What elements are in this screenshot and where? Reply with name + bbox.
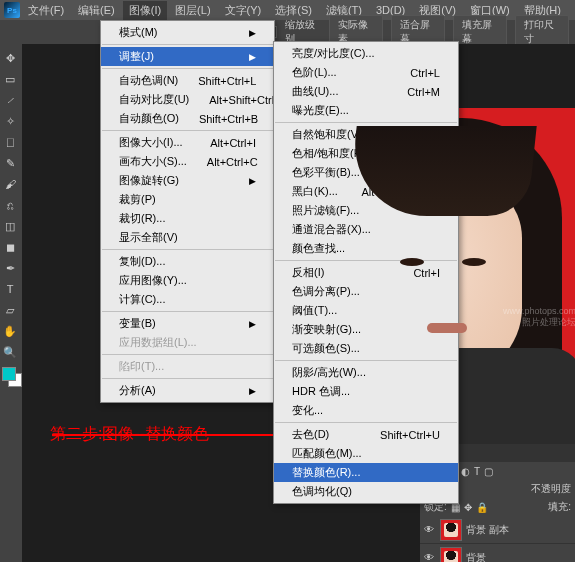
menu-canvas-size[interactable]: 画布大小(S)...Alt+Ctrl+C (101, 152, 274, 171)
move-tool-icon[interactable]: ✥ (0, 48, 20, 68)
wand-tool-icon[interactable]: ✧ (0, 111, 20, 131)
foreground-color-swatch[interactable] (2, 367, 16, 381)
pen-tool-icon[interactable]: ✒ (0, 258, 20, 278)
menu-layer[interactable]: 图层(L) (169, 1, 216, 20)
toolbox: ✥ ▭ ⟋ ✧ ⎕ ✎ 🖌 ⎌ ◫ ◼ ✒ T ▱ ✋ 🔍 (0, 44, 22, 562)
layer-name: 背景 (466, 551, 486, 563)
zoom-tool-icon[interactable]: 🔍 (0, 342, 20, 362)
layer-name: 背景 副本 (466, 523, 509, 537)
menu-curves[interactable]: 曲线(U)...Ctrl+M (274, 82, 458, 101)
menu-channel-mixer[interactable]: 通道混合器(X)... (274, 220, 458, 239)
menu-hdr-toning[interactable]: HDR 色调... (274, 382, 458, 401)
color-swatches[interactable] (0, 367, 22, 391)
menu-variations[interactable]: 变化... (274, 401, 458, 420)
lock-all-icon[interactable]: 🔒 (476, 502, 488, 513)
menu-edit[interactable]: 编辑(E) (72, 1, 121, 20)
menu-image-rotation[interactable]: 图像旋转(G)▶ (101, 171, 274, 190)
menu-posterize[interactable]: 色调分离(P)... (274, 282, 458, 301)
marquee-tool-icon[interactable]: ▭ (0, 69, 20, 89)
menu-auto-contrast[interactable]: 自动对比度(U)Alt+Shift+Ctrl+L (101, 90, 274, 109)
menu-crop[interactable]: 裁剪(P) (101, 190, 274, 209)
eyedropper-tool-icon[interactable]: ✎ (0, 153, 20, 173)
menu-reveal-all[interactable]: 显示全部(V) (101, 228, 274, 247)
menu-levels[interactable]: 色阶(L)...Ctrl+L (274, 63, 458, 82)
tutorial-arrow-icon (52, 434, 292, 436)
eraser-tool-icon[interactable]: ◫ (0, 216, 20, 236)
menu-select[interactable]: 选择(S) (269, 1, 318, 20)
opacity-label: 不透明度 (531, 482, 571, 496)
menu-file[interactable]: 文件(F) (22, 1, 70, 20)
layer-item[interactable]: 👁 背景 副本 (420, 516, 575, 544)
visibility-icon[interactable]: 👁 (422, 524, 436, 535)
watermark: www.photops.com照片处理论坛 (503, 306, 575, 329)
menu-type[interactable]: 文字(Y) (219, 1, 268, 20)
filter-text-icon[interactable]: T (474, 466, 480, 477)
menu-image-size[interactable]: 图像大小(I)...Alt+Ctrl+I (101, 133, 274, 152)
menu-auto-tone[interactable]: 自动色调(N)Shift+Ctrl+L (101, 71, 274, 90)
photoshop-logo-icon: Ps (4, 2, 20, 18)
menu-mode[interactable]: 模式(M)▶ (101, 23, 274, 42)
menu-invert[interactable]: 反相(I)Ctrl+I (274, 263, 458, 282)
menu-apply-dataset: 应用数据组(L)... (101, 333, 274, 352)
menu-adjustments[interactable]: 调整(J)▶ (101, 47, 274, 66)
lasso-tool-icon[interactable]: ⟋ (0, 90, 20, 110)
menu-brightness-contrast[interactable]: 亮度/对比度(C)... (274, 44, 458, 63)
layer-thumb (440, 547, 462, 563)
gradient-tool-icon[interactable]: ◼ (0, 237, 20, 257)
menu-desaturate[interactable]: 去色(D)Shift+Ctrl+U (274, 425, 458, 444)
crop-tool-icon[interactable]: ⎕ (0, 132, 20, 152)
path-tool-icon[interactable]: ▱ (0, 300, 20, 320)
menu-selective-color[interactable]: 可选颜色(S)... (274, 339, 458, 358)
menu-exposure[interactable]: 曝光度(E)... (274, 101, 458, 120)
menu-apply-image[interactable]: 应用图像(Y)... (101, 271, 274, 290)
menu-auto-color[interactable]: 自动颜色(O)Shift+Ctrl+B (101, 109, 274, 128)
visibility-icon[interactable]: 👁 (422, 552, 436, 562)
adjustments-submenu: 亮度/对比度(C)... 色阶(L)...Ctrl+L 曲线(U)...Ctrl… (273, 41, 459, 504)
menu-trim[interactable]: 裁切(R)... (101, 209, 274, 228)
menu-threshold[interactable]: 阈值(T)... (274, 301, 458, 320)
menu-image[interactable]: 图像(I) (123, 1, 167, 20)
menu-shadows-highlights[interactable]: 阴影/高光(W)... (274, 363, 458, 382)
menu-trap: 陷印(T)... (101, 357, 274, 376)
hand-tool-icon[interactable]: ✋ (0, 321, 20, 341)
menu-match-color[interactable]: 匹配颜色(M)... (274, 444, 458, 463)
layer-item[interactable]: 👁 背景 (420, 544, 575, 562)
menu-analysis[interactable]: 分析(A)▶ (101, 381, 274, 400)
text-tool-icon[interactable]: T (0, 279, 20, 299)
menu-equalize[interactable]: 色调均化(Q) (274, 482, 458, 501)
filter-adjust-icon[interactable]: ◐ (461, 466, 470, 477)
layer-thumb (440, 519, 462, 541)
stamp-tool-icon[interactable]: ⎌ (0, 195, 20, 215)
filter-shape-icon[interactable]: ▢ (484, 466, 493, 477)
fill-label: 填充: (548, 500, 571, 514)
menu-color-lookup[interactable]: 颜色查找... (274, 239, 458, 258)
menu-variables[interactable]: 变量(B)▶ (101, 314, 274, 333)
menu-calculations[interactable]: 计算(C)... (101, 290, 274, 309)
lock-position-icon[interactable]: ✥ (464, 502, 472, 513)
image-menu-dropdown: 模式(M)▶ 调整(J)▶ 自动色调(N)Shift+Ctrl+L 自动对比度(… (100, 20, 275, 403)
brush-tool-icon[interactable]: 🖌 (0, 174, 20, 194)
menu-duplicate[interactable]: 复制(D)... (101, 252, 274, 271)
menu-replace-color[interactable]: 替换颜色(R)... (274, 463, 458, 482)
